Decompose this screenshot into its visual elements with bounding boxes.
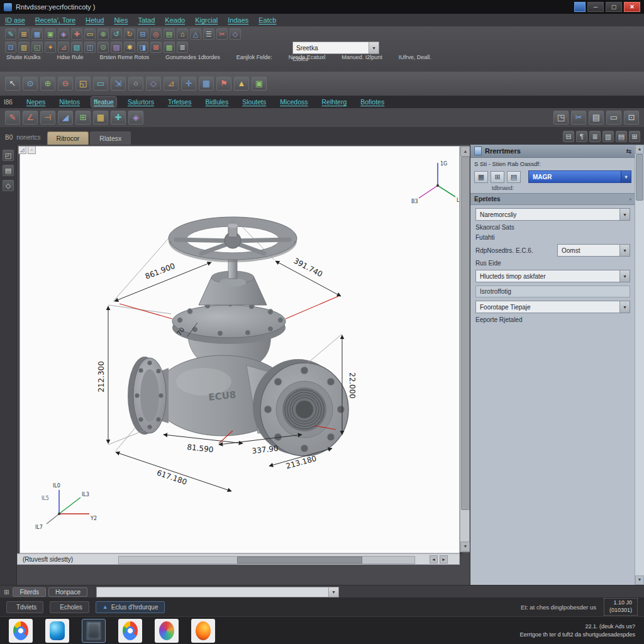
workspace-dropdown[interactable] (96, 587, 339, 597)
scrollbar-thumb[interactable] (636, 154, 643, 201)
side-tool-icon[interactable]: ▤ (3, 165, 14, 176)
side-tool-icon[interactable]: ◇ (3, 180, 14, 191)
toolbar-icon[interactable]: ⊠ (150, 42, 162, 53)
panel-tool-icon[interactable]: ⊞ (491, 171, 504, 183)
toolbar-icon[interactable]: ✂ (216, 28, 228, 40)
menu-item[interactable]: Nies (114, 16, 128, 24)
draw-toolbar-icon[interactable]: ◈ (128, 111, 143, 125)
taskbar-app-icon[interactable] (45, 619, 69, 643)
canvas-vertical-scrollbar[interactable]: ▲ ▼ (460, 146, 470, 552)
dock-button[interactable]: Tdviets (6, 601, 43, 613)
taskbar-app-icon[interactable] (9, 619, 33, 643)
scroll-down-icon[interactable]: ▼ (460, 541, 470, 552)
document-tab[interactable]: Rlatesx (90, 131, 131, 145)
scroll-up-icon[interactable]: ▲ (635, 145, 644, 154)
draw-toolbar-icon[interactable]: ◢ (58, 111, 73, 125)
panel-tool-icon[interactable]: ▤ (507, 171, 521, 183)
draw-toolbar-icon[interactable]: ⊞ (75, 111, 91, 125)
canvas-strip-button[interactable]: ► (440, 555, 448, 564)
menu-item[interactable]: Kigrcial (195, 16, 218, 24)
toolbar-icon[interactable]: ▭ (84, 28, 96, 40)
panel-section-header[interactable]: Epetetes (470, 193, 635, 205)
style-dropdown[interactable]: Sreetka (292, 42, 379, 54)
toolbar-icon[interactable]: ◈ (58, 28, 69, 40)
toolbar-icon[interactable]: ✚ (71, 28, 82, 40)
view-toolbar-icon[interactable]: ⊕ (40, 77, 55, 91)
window-tool-icon[interactable]: ▤ (589, 111, 604, 125)
ribbon-tab[interactable]: Bofiotes (358, 97, 387, 107)
doc-row-icon[interactable]: ▤ (616, 131, 627, 142)
menu-item[interactable]: Eatcb (258, 16, 276, 24)
view-toolbar-icon[interactable]: ⇲ (111, 77, 126, 91)
scrollbar-thumb[interactable] (237, 557, 362, 564)
toolbar-icon[interactable]: ⊞ (18, 28, 30, 40)
toolbar-icon[interactable]: ▩ (164, 42, 175, 53)
menu-item[interactable]: Receta', Tore (35, 16, 75, 24)
toolbar-icon[interactable]: ◎ (150, 28, 162, 40)
scroll-up-icon[interactable]: ▲ (460, 147, 470, 157)
view-toolbar-icon[interactable]: ▣ (252, 77, 267, 91)
toolbar-icon[interactable]: ▤ (164, 28, 175, 40)
toolbar-icon[interactable]: △ (190, 28, 201, 40)
property-dropdown[interactable]: Foorotape Tiepaje (475, 301, 630, 313)
draw-toolbar-icon[interactable]: ✎ (5, 111, 20, 125)
toolbar-icon[interactable]: ⊿ (58, 42, 69, 53)
toolbar-icon[interactable]: ▣ (45, 28, 56, 40)
workspace-tab[interactable]: Honpace (48, 587, 87, 597)
doc-row-icon[interactable]: ⊟ (563, 131, 574, 142)
view-toolbar-icon[interactable]: ⊖ (58, 77, 73, 91)
draw-toolbar-icon[interactable]: ✚ (111, 111, 126, 125)
window-tool-icon[interactable]: ⊡ (624, 111, 639, 125)
scroll-down-icon[interactable]: ▼ (635, 575, 644, 585)
toolbar-icon[interactable]: ≣ (177, 42, 188, 53)
view-toolbar-icon[interactable]: ⊙ (23, 77, 38, 91)
maximize-button[interactable]: ▢ (606, 2, 622, 12)
ribbon-tab[interactable]: Relhterg (319, 97, 350, 107)
canvas-corner-icon[interactable]: ◿ (18, 146, 26, 154)
draw-toolbar-icon[interactable]: ⊣ (40, 111, 55, 125)
toolbar-icon[interactable]: ⊙ (97, 42, 109, 53)
toolbar-icon[interactable]: ↻ (124, 28, 135, 40)
doc-row-icon[interactable]: ≣ (589, 131, 601, 142)
toolbar-icon[interactable]: ↺ (111, 28, 122, 40)
canvas-strip-button[interactable]: ◄ (430, 555, 438, 564)
view-toolbar-icon[interactable]: ↖ (5, 77, 20, 91)
toolbar-icon[interactable]: ◨ (137, 42, 148, 53)
doc-row-icon[interactable]: ⊞ (629, 131, 640, 142)
panel-primary-dropdown[interactable]: MAGR (528, 170, 631, 183)
window-tool-icon[interactable]: ◳ (553, 111, 569, 125)
draw-toolbar-icon[interactable]: ∠ (23, 111, 38, 125)
collapse-icon[interactable]: ⇆ (626, 148, 631, 155)
doc-row-icon[interactable]: ¶ (576, 131, 587, 142)
toolbar-icon[interactable]: ◱ (31, 42, 43, 53)
ribbon-tab[interactable]: Nitetos (57, 97, 82, 107)
close-button[interactable]: ✕ (624, 2, 640, 12)
window-tool-icon[interactable]: ▭ (606, 111, 621, 125)
menu-item[interactable]: ID ase (5, 16, 25, 24)
document-tab[interactable]: Ritrocor (47, 131, 89, 145)
taskbar-app-icon[interactable] (191, 619, 215, 643)
view-toolbar-icon[interactable]: ○ (128, 77, 143, 91)
canvas-horizontal-scrollbar[interactable] (118, 556, 415, 564)
toolbar-icon[interactable]: ☰ (203, 28, 214, 40)
toolbar-icon[interactable]: ⊟ (137, 28, 148, 40)
toolbar-icon[interactable]: ▧ (71, 42, 82, 53)
property-dropdown[interactable]: Hlucteds timop askfater (475, 270, 630, 282)
toolbar-icon[interactable]: ◫ (84, 42, 96, 53)
workspace-tab[interactable]: Fiterds (13, 587, 46, 597)
toolbar-icon[interactable]: ✱ (124, 42, 135, 53)
ribbon-tab[interactable]: Salurtors (125, 97, 157, 107)
view-toolbar-icon[interactable]: ◇ (146, 77, 161, 91)
property-dropdown[interactable]: Naremorcsliy (475, 208, 630, 221)
view-toolbar-icon[interactable]: ⊿ (164, 77, 179, 91)
menu-item[interactable]: Keado (165, 16, 185, 24)
ribbon-tab[interactable]: Bidlules (203, 97, 231, 107)
dock-button[interactable]: ▲ Eclus d'hrdurque (96, 601, 165, 613)
property-field[interactable]: Isrotroffotig (475, 286, 630, 297)
toolbar-icon[interactable]: ⊕ (97, 28, 109, 40)
menu-item[interactable]: Indaes (228, 16, 248, 24)
view-toolbar-icon[interactable]: ◱ (75, 77, 91, 91)
ribbon-tab[interactable]: Trfetses (165, 97, 194, 107)
ribbon-tab[interactable]: Micedoss (277, 97, 310, 107)
view-toolbar-icon[interactable]: ⚑ (216, 77, 231, 91)
